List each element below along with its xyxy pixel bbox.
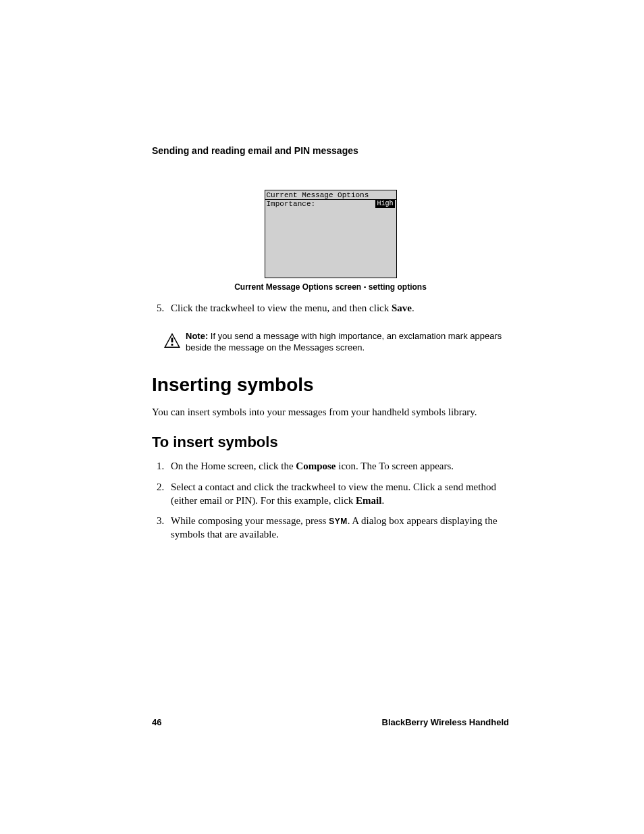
warning-icon xyxy=(159,331,186,348)
step-2-pre: Select a contact and click the trackwhee… xyxy=(171,481,496,506)
note-block: Note: If you send a message with high im… xyxy=(159,331,509,354)
step-5-post: . xyxy=(412,303,414,313)
step-1-bold: Compose xyxy=(296,461,336,471)
step-list-continued: Click the trackwheel to view the menu, a… xyxy=(152,301,509,315)
step-1-pre: On the Home screen, click the xyxy=(171,461,296,471)
running-header: Sending and reading email and PIN messag… xyxy=(152,145,509,156)
svg-rect-2 xyxy=(171,338,173,342)
step-1-post: icon. The To screen appears. xyxy=(336,461,454,471)
intro-paragraph: You can insert symbols into your message… xyxy=(152,405,509,419)
screenshot-field-label: Importance: xyxy=(267,200,316,208)
note-text: Note: If you send a message with high im… xyxy=(186,331,509,354)
step-2-post: . xyxy=(381,495,384,506)
note-label: Note: xyxy=(186,331,208,341)
heading-inserting-symbols: Inserting symbols xyxy=(152,374,509,396)
insert-symbols-steps: On the Home screen, click the Compose ic… xyxy=(152,459,509,541)
screenshot-current-message-options: Current Message Options Importance: High xyxy=(265,190,397,278)
note-body: If you send a message with high importan… xyxy=(186,331,502,353)
step-5: Click the trackwheel to view the menu, a… xyxy=(167,301,509,315)
product-name: BlackBerry Wireless Handheld xyxy=(382,717,509,727)
heading-to-insert-symbols: To insert symbols xyxy=(152,434,509,451)
screenshot-title: Current Message Options xyxy=(265,190,396,200)
step-5-bold: Save xyxy=(392,303,412,313)
document-page: Sending and reading email and PIN messag… xyxy=(0,0,644,834)
step-5-pre: Click the trackwheel to view the menu, a… xyxy=(171,303,392,313)
step-3: While composing your message, press SYM.… xyxy=(167,514,509,542)
step-3-pre: While composing your message, press xyxy=(171,515,329,526)
step-3-sym: SYM xyxy=(329,517,348,526)
page-footer: 46 BlackBerry Wireless Handheld xyxy=(152,717,509,727)
screenshot-field-value: High xyxy=(375,200,394,208)
screenshot-field-row: Importance: High xyxy=(265,200,396,208)
figure-caption: Current Message Options screen - setting… xyxy=(152,282,509,292)
step-2: Select a contact and click the trackwhee… xyxy=(167,480,509,508)
svg-rect-3 xyxy=(171,344,173,346)
step-1: On the Home screen, click the Compose ic… xyxy=(167,459,509,473)
page-number: 46 xyxy=(152,717,161,727)
step-2-bold: Email xyxy=(356,495,381,506)
